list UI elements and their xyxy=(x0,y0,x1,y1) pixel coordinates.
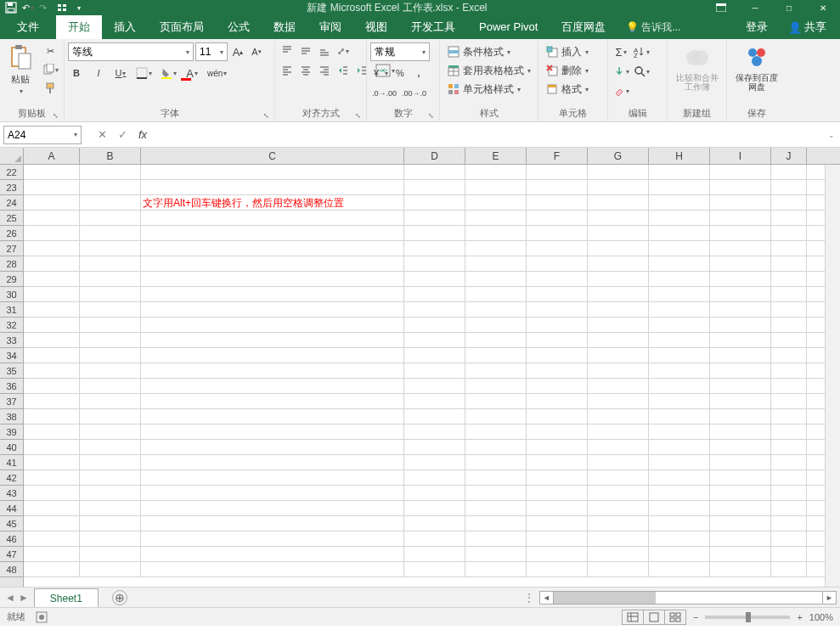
cell-J30[interactable] xyxy=(771,287,807,302)
cell-F34[interactable] xyxy=(527,348,588,363)
cell-A37[interactable] xyxy=(24,394,80,409)
cell-H40[interactable] xyxy=(649,440,710,455)
cell-A27[interactable] xyxy=(24,241,80,256)
cell-H47[interactable] xyxy=(649,547,710,562)
cell-F36[interactable] xyxy=(527,379,588,394)
zoom-in-button[interactable]: + xyxy=(797,612,802,622)
cell-J41[interactable] xyxy=(771,455,807,470)
cell-F23[interactable] xyxy=(527,180,588,195)
cell-E42[interactable] xyxy=(465,470,527,486)
row-header-42[interactable]: 42 xyxy=(0,470,23,486)
align-middle-button[interactable] xyxy=(297,42,314,59)
cell-G43[interactable] xyxy=(588,486,649,501)
col-header-J[interactable]: J xyxy=(771,148,807,164)
col-header-E[interactable]: E xyxy=(465,148,527,164)
col-header-I[interactable]: I xyxy=(710,148,771,164)
tab-pagelayout[interactable]: 页面布局 xyxy=(148,15,216,39)
tab-home[interactable]: 开始 xyxy=(56,15,102,39)
cell-H26[interactable] xyxy=(649,226,710,241)
cell-I28[interactable] xyxy=(710,256,771,272)
cell-D43[interactable] xyxy=(404,486,465,501)
cell-A31[interactable] xyxy=(24,302,80,318)
cell-A26[interactable] xyxy=(24,226,80,241)
select-all-button[interactable] xyxy=(0,148,24,164)
cell-I31[interactable] xyxy=(710,302,771,318)
row-header-28[interactable]: 28 xyxy=(0,256,23,272)
ribbon-display-options[interactable] xyxy=(704,0,738,15)
cell-H46[interactable] xyxy=(649,531,710,547)
cell-J43[interactable] xyxy=(771,486,807,501)
format-cells-button[interactable]: 格式▾ xyxy=(542,80,592,98)
cell-J25[interactable] xyxy=(771,211,807,226)
row-header-33[interactable]: 33 xyxy=(0,333,23,348)
sheet-nav-next[interactable]: ► xyxy=(19,592,29,604)
cell-H25[interactable] xyxy=(649,211,710,226)
cell-I25[interactable] xyxy=(710,211,771,226)
align-right-button[interactable] xyxy=(316,62,333,79)
close-button[interactable]: ✕ xyxy=(806,0,840,15)
cell-G31[interactable] xyxy=(588,302,649,318)
cell-B34[interactable] xyxy=(80,348,141,363)
cell-C35[interactable] xyxy=(141,363,404,379)
tab-view[interactable]: 视图 xyxy=(353,15,399,39)
cell-J37[interactable] xyxy=(771,394,807,409)
cell-A34[interactable] xyxy=(24,348,80,363)
cell-E25[interactable] xyxy=(465,211,527,226)
cell-I23[interactable] xyxy=(710,180,771,195)
row-header-26[interactable]: 26 xyxy=(0,226,23,241)
cell-B38[interactable] xyxy=(80,409,141,425)
macro-record-icon[interactable] xyxy=(36,611,48,623)
cell-B37[interactable] xyxy=(80,394,141,409)
cell-I27[interactable] xyxy=(710,241,771,256)
cell-E26[interactable] xyxy=(465,226,527,241)
align-top-button[interactable] xyxy=(279,42,296,59)
cell-G34[interactable] xyxy=(588,348,649,363)
cell-C37[interactable] xyxy=(141,394,404,409)
cell-B33[interactable] xyxy=(80,333,141,348)
row-header-27[interactable]: 27 xyxy=(0,241,23,256)
cell-C47[interactable] xyxy=(141,547,404,562)
sort-filter-button[interactable]: AZ▾ xyxy=(632,42,651,61)
cell-E37[interactable] xyxy=(465,394,527,409)
cell-B31[interactable] xyxy=(80,302,141,318)
align-left-button[interactable] xyxy=(279,62,296,79)
bold-button[interactable]: B xyxy=(68,65,85,82)
cell-H38[interactable] xyxy=(649,409,710,425)
hscroll-left[interactable]: ◄ xyxy=(540,592,554,604)
row-header-43[interactable]: 43 xyxy=(0,486,23,501)
cell-D35[interactable] xyxy=(404,363,465,379)
cell-J35[interactable] xyxy=(771,363,807,379)
qat-undo[interactable]: ↶▾ xyxy=(20,1,36,14)
border-button[interactable]: ▾ xyxy=(134,65,154,82)
cell-G39[interactable] xyxy=(588,425,649,440)
cell-A24[interactable] xyxy=(24,195,80,211)
col-header-F[interactable]: F xyxy=(527,148,588,164)
cell-J23[interactable] xyxy=(771,180,807,195)
cell-B46[interactable] xyxy=(80,531,141,547)
zoom-out-button[interactable]: − xyxy=(693,612,698,622)
cell-G32[interactable] xyxy=(588,318,649,333)
cell-H30[interactable] xyxy=(649,287,710,302)
cell-I22[interactable] xyxy=(710,165,771,180)
cell-B40[interactable] xyxy=(80,440,141,455)
cell-G47[interactable] xyxy=(588,547,649,562)
decrease-font-button[interactable]: A▾ xyxy=(248,43,265,60)
cell-F43[interactable] xyxy=(527,486,588,501)
cell-H24[interactable] xyxy=(649,195,710,211)
cell-H32[interactable] xyxy=(649,318,710,333)
cell-B35[interactable] xyxy=(80,363,141,379)
row-header-25[interactable]: 25 xyxy=(0,211,23,226)
tell-me[interactable]: 💡告诉我... xyxy=(617,20,689,35)
row-header-24[interactable]: 24 xyxy=(0,195,23,211)
cell-G30[interactable] xyxy=(588,287,649,302)
cell-D22[interactable] xyxy=(404,165,465,180)
cell-G23[interactable] xyxy=(588,180,649,195)
comma-button[interactable]: , xyxy=(410,65,427,82)
cell-D39[interactable] xyxy=(404,425,465,440)
cell-A33[interactable] xyxy=(24,333,80,348)
cell-F47[interactable] xyxy=(527,547,588,562)
cell-C24[interactable]: 文字用Alt+回车键换行，然后用空格调整位置 xyxy=(141,195,404,211)
cell-D26[interactable] xyxy=(404,226,465,241)
cell-B26[interactable] xyxy=(80,226,141,241)
cell-I33[interactable] xyxy=(710,333,771,348)
